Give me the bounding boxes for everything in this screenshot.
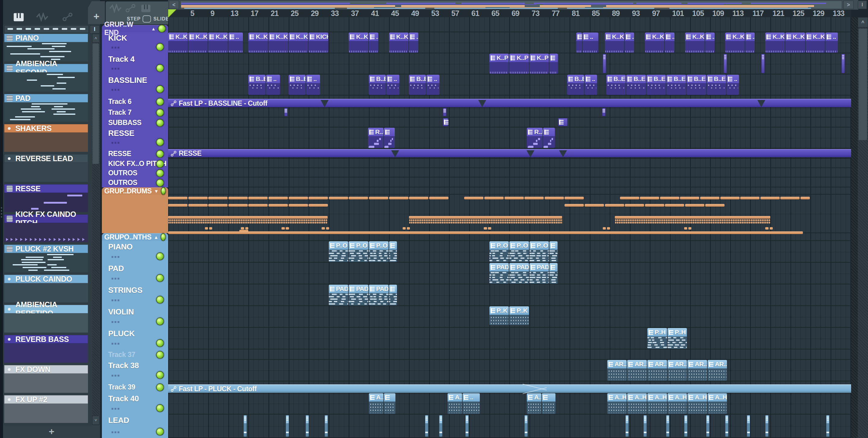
drum-merged-clip[interactable] [245, 227, 248, 230]
drum-merged-clip[interactable] [665, 204, 684, 207]
piano-icon[interactable] [141, 4, 151, 13]
track-header-pad[interactable]: PAD [104, 263, 168, 284]
track-header-resse[interactable]: RESSE [104, 127, 168, 148]
pattern-clip[interactable]: A..H [527, 393, 541, 414]
pattern-name-header[interactable]: FX DOWN [4, 365, 88, 374]
pattern-name-header[interactable]: RESSE [4, 184, 88, 193]
playlist-lane-drums[interactable] [168, 195, 851, 233]
pattern-clip[interactable] [550, 54, 558, 74]
track-mute-led[interactable] [156, 428, 164, 436]
drum-merged-clip[interactable] [545, 197, 564, 199]
playlist-lane-grp_synths_tab[interactable] [168, 233, 851, 241]
drum-merged-clip[interactable] [603, 227, 606, 230]
track-header-bassline[interactable]: BASSLINE [104, 74, 168, 96]
scrollbar-thumb[interactable] [93, 43, 99, 164]
drum-merged-clip[interactable] [309, 204, 328, 207]
pattern-name-header[interactable]: PAD [4, 94, 88, 102]
slide-icon[interactable] [125, 4, 136, 13]
drum-merged-clip[interactable] [700, 197, 719, 199]
pattern-clip[interactable]: B..E [626, 75, 646, 95]
pattern-clip[interactable] [550, 263, 557, 284]
track-mute-led[interactable] [156, 138, 164, 146]
step-dash[interactable] [7, 28, 13, 30]
drum-merged-clip[interactable] [208, 204, 227, 207]
pattern-clip[interactable]: .. [665, 33, 674, 53]
audio-clip[interactable] [765, 415, 769, 437]
pattern-clip[interactable]: .. [386, 75, 399, 95]
pattern-clip[interactable]: B..E [647, 75, 666, 95]
playlist-lane-strings[interactable] [168, 284, 851, 306]
pattern-clip[interactable]: K..K [389, 33, 409, 53]
drum-merged-clip[interactable] [585, 204, 604, 207]
pattern-clip[interactable]: .. [306, 75, 320, 95]
automation-clip[interactable]: Fast LP - PLUCK - Cutoff [168, 384, 851, 393]
step-dash[interactable] [53, 28, 58, 30]
pattern-clip[interactable]: K..K [269, 33, 288, 53]
pattern-clip[interactable]: B..E [248, 75, 265, 95]
pattern-clip[interactable]: .. [585, 75, 597, 95]
drum-merged-clip[interactable] [326, 227, 329, 230]
playlist-lane-resse[interactable] [168, 127, 851, 148]
pattern-clip[interactable] [558, 118, 568, 126]
pattern-clip[interactable]: K..K [785, 33, 805, 53]
drum-merged-clip[interactable] [188, 204, 208, 207]
pattern-clip[interactable]: .. [727, 75, 739, 95]
pattern-clip[interactable]: B..E [707, 75, 726, 95]
track-header-piano[interactable]: PIANO [104, 241, 168, 263]
drum-merged-clip[interactable] [241, 227, 244, 230]
track-header-outros2[interactable]: OUTROS [104, 177, 168, 188]
track-header-track6[interactable]: Track 6 [104, 96, 168, 107]
track-mute-led[interactable] [156, 339, 164, 347]
collapse-triangle-icon[interactable]: ▲ [151, 26, 156, 31]
pattern-clip[interactable] [384, 128, 395, 148]
drum-shaker-band[interactable] [409, 219, 562, 224]
pattern-clip[interactable]: P..O [349, 241, 368, 262]
audio-clip[interactable] [465, 415, 469, 437]
track-header-resse2[interactable]: RESSE [104, 148, 168, 159]
drum-merged-clip[interactable] [369, 197, 388, 199]
pattern-clip[interactable]: B..E [567, 75, 584, 95]
drum-merged-clip[interactable] [289, 197, 308, 199]
pattern-clip[interactable]: .. [625, 33, 634, 53]
drum-merged-clip[interactable] [248, 204, 268, 207]
audio-clip[interactable] [666, 415, 670, 437]
drum-merged-clip[interactable] [321, 227, 324, 230]
pattern-clip[interactable]: K..K [349, 33, 368, 53]
automation-clip[interactable]: RESSE [168, 149, 851, 157]
drum-merged-clip[interactable] [289, 204, 308, 207]
pattern-clip[interactable]: PAD [329, 285, 348, 305]
drum-merged-clip[interactable] [409, 216, 562, 219]
drum-merged-clip[interactable] [168, 216, 328, 219]
drum-merged-clip[interactable] [429, 197, 448, 199]
drum-merged-clip[interactable] [761, 197, 780, 199]
pattern-clip[interactable] [576, 33, 582, 53]
step-dash[interactable] [62, 28, 67, 30]
drum-shaker-band[interactable] [168, 219, 328, 224]
drum-merged-clip[interactable] [685, 204, 704, 207]
audio-clip[interactable] [425, 415, 428, 437]
track-group-tab[interactable]: GRUP..DRUMS▼ [102, 188, 168, 195]
scrollbar-thumb[interactable] [859, 29, 867, 140]
track-header-subbass[interactable]: SUBBASS [104, 117, 168, 127]
pattern-clip[interactable]: KICK [309, 33, 328, 53]
track-mute-led[interactable] [156, 317, 164, 325]
pattern-name-header[interactable]: PLUCK CAINDO [4, 275, 88, 283]
drum-merged-clip[interactable] [349, 197, 368, 199]
step-dash[interactable] [17, 28, 22, 30]
drum-merged-clip[interactable] [524, 197, 544, 199]
pattern-clip[interactable]: .. [427, 75, 439, 95]
pattern-name-header[interactable]: REVERB BASS [4, 335, 88, 343]
pattern-clip[interactable]: B..E [409, 75, 426, 95]
track-header-track37[interactable]: Track 37 [104, 349, 168, 360]
drum-merged-clip[interactable] [309, 197, 328, 199]
pattern-clip[interactable]: P..O [490, 241, 509, 262]
pattern-clip[interactable]: AR.. [687, 360, 707, 381]
audio-clip[interactable] [761, 54, 765, 73]
song-minimap[interactable] [180, 1, 842, 9]
drum-merged-clip[interactable] [640, 197, 659, 199]
playlist-lane-track38[interactable] [168, 360, 851, 381]
step-dash[interactable] [71, 28, 76, 30]
pattern-clip[interactable]: K..K [765, 33, 785, 53]
track-mute-led[interactable] [156, 371, 164, 379]
track-mute-led[interactable] [156, 43, 164, 51]
